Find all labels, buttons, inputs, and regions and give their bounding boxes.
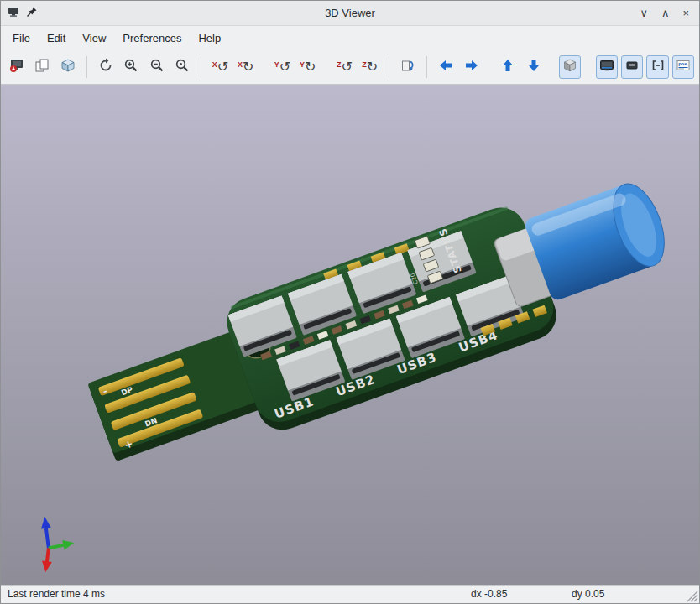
pcb-3d-scene: - DP DN + — [1, 85, 699, 585]
dx-readout: dx -0.85 — [471, 588, 507, 600]
toolbar-separator — [426, 56, 427, 78]
board-body-toggle-button[interactable] — [621, 55, 643, 79]
resize-grip[interactable] — [687, 591, 698, 602]
zoom-out-icon — [149, 58, 165, 76]
rotate-x-ccw-icon: X↺ — [212, 60, 228, 74]
arrow-left-icon — [438, 58, 453, 76]
menu-help[interactable]: Help — [190, 29, 229, 48]
render-engine-cube-button[interactable] — [57, 55, 79, 79]
zoom-in-icon — [123, 58, 138, 76]
viewport-3d[interactable]: - DP DN + — [1, 85, 699, 585]
rotate-x-ccw-button[interactable]: X↺ — [209, 55, 231, 79]
zoom-to-fit-button[interactable] — [171, 55, 193, 79]
rotate-x-cw-icon: X↻ — [238, 60, 253, 74]
board-body-icon — [624, 58, 640, 76]
pan-up-button[interactable] — [497, 55, 519, 79]
realistic-render-toggle-button[interactable] — [596, 55, 618, 79]
arrow-up-icon — [500, 58, 515, 76]
position-overlay-toggle-button[interactable]: pos — [672, 55, 694, 79]
rotate-z-cw-button[interactable]: Z↻ — [359, 55, 381, 79]
svg-text:pos: pos — [678, 61, 687, 67]
rotate-z-ccw-button[interactable]: Z↺ — [333, 55, 355, 79]
redraw-button[interactable] — [95, 55, 117, 79]
rotate-y-ccw-button[interactable]: Y↺ — [271, 55, 293, 79]
zoom-in-button[interactable] — [120, 55, 142, 79]
export-image-icon — [9, 58, 24, 76]
copy-icon — [34, 58, 50, 76]
rotate-z-ccw-icon: Z↺ — [337, 60, 353, 74]
bounding-box-toggle-button[interactable] — [646, 55, 668, 79]
toolbar: X↺ X↻ Y↺ Y↻ Z↺ Z↻ — [1, 49, 699, 85]
maximize-button[interactable]: ∧ — [661, 8, 670, 18]
arrow-right-icon — [464, 58, 479, 76]
menu-file[interactable]: File — [4, 29, 39, 48]
rotate-z-cw-icon: Z↻ — [362, 60, 378, 74]
window-title: 3D Viewer — [1, 7, 699, 19]
title-bar[interactable]: 3D Viewer ∨ ∧ × — [1, 1, 699, 26]
app-icon — [8, 6, 19, 20]
dy-readout: dy 0.05 — [572, 588, 604, 600]
rotate-y-cw-button[interactable]: Y↻ — [297, 55, 319, 79]
toolbar-separator — [86, 56, 87, 78]
pan-right-button[interactable] — [460, 55, 482, 79]
toolbar-separator — [389, 56, 389, 78]
export-image-button[interactable] — [6, 55, 28, 79]
position-overlay-icon: pos — [676, 58, 691, 76]
cube-3d-icon — [60, 58, 76, 76]
orthographic-projection-button[interactable] — [559, 55, 581, 79]
3d-viewer-window: 3D Viewer ∨ ∧ × File Edit View Preferenc… — [0, 0, 700, 604]
pin-icon[interactable] — [26, 6, 38, 20]
pan-left-button[interactable] — [435, 55, 457, 79]
arrow-down-icon — [526, 58, 541, 76]
status-bar: Last render time 4 ms dx -0.85 dy 0.05 — [1, 585, 699, 603]
menu-bar: File Edit View Preferences Help — [1, 26, 699, 49]
rotate-y-cw-icon: Y↻ — [300, 60, 316, 74]
render-time-status: Last render time 4 ms — [8, 588, 105, 600]
rotate-x-cw-button[interactable]: X↻ — [235, 55, 257, 79]
bounding-box-icon — [650, 58, 666, 76]
ortho-cube-icon — [562, 58, 577, 76]
refresh-icon — [98, 58, 113, 76]
menu-view[interactable]: View — [74, 29, 114, 48]
zoom-out-button[interactable] — [146, 55, 168, 79]
monitor-render-icon — [599, 58, 614, 76]
close-button[interactable]: × — [682, 8, 689, 18]
menu-edit[interactable]: Edit — [39, 29, 74, 48]
minimize-button[interactable]: ∨ — [640, 8, 648, 18]
pan-down-button[interactable] — [522, 55, 544, 79]
menu-preferences[interactable]: Preferences — [114, 29, 190, 48]
flip-board-button[interactable] — [397, 55, 419, 79]
copy-image-button[interactable] — [31, 55, 53, 79]
rotate-y-ccw-icon: Y↺ — [274, 60, 290, 74]
zoom-fit-icon — [175, 58, 190, 76]
toolbar-separator — [201, 56, 201, 78]
flip-board-icon — [400, 58, 415, 76]
